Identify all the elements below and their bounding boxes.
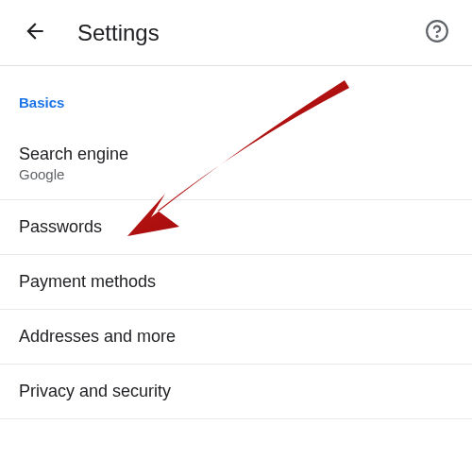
- setting-title: Privacy and security: [19, 382, 453, 401]
- help-icon: [425, 19, 449, 46]
- arrow-left-icon: [23, 19, 47, 46]
- setting-row-search-engine[interactable]: Search engine Google: [0, 128, 472, 200]
- back-button[interactable]: [19, 15, 51, 50]
- setting-title: Passwords: [19, 217, 453, 237]
- setting-title: Addresses and more: [19, 327, 453, 347]
- setting-row-privacy[interactable]: Privacy and security: [0, 365, 472, 419]
- setting-row-addresses[interactable]: Addresses and more: [0, 310, 472, 365]
- help-button[interactable]: [421, 15, 453, 50]
- setting-subtitle: Google: [19, 166, 453, 182]
- setting-row-payment-methods[interactable]: Payment methods: [0, 255, 472, 310]
- svg-point-1: [436, 36, 437, 37]
- setting-title: Payment methods: [19, 272, 453, 292]
- page-title: Settings: [77, 20, 160, 46]
- section-header-basics: Basics: [0, 66, 472, 128]
- setting-row-passwords[interactable]: Passwords: [0, 200, 472, 255]
- setting-title: Search engine: [19, 144, 453, 164]
- header-bar: Settings: [0, 0, 472, 66]
